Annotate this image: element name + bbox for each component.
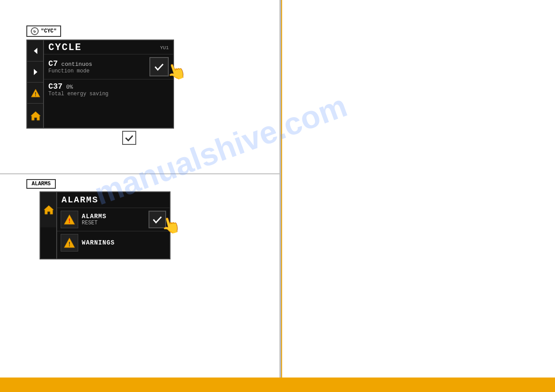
alarms-warning-icon: ! [61, 211, 78, 228]
alarms-check-btn[interactable] [149, 211, 166, 228]
svg-text:!: ! [68, 218, 71, 225]
alarms-home-btn[interactable] [40, 192, 57, 227]
alarms-item-label: ALARMS [82, 213, 106, 220]
nav-forward-btn[interactable] [27, 61, 44, 83]
cycle-screen: CYCLE YU1 C7 continuos Function mode [43, 40, 174, 129]
back-chevron-icon [31, 47, 40, 55]
cycle-title: CYCLE [48, 42, 82, 53]
home-icon [30, 110, 41, 122]
nav-back-btn[interactable] [27, 40, 44, 61]
warning-triangle-icon: ! [30, 88, 41, 98]
unit-id: YU1 [160, 45, 169, 50]
cyc-tag: ↻ "CYC" [26, 25, 61, 37]
c37-label: C37 [48, 82, 62, 91]
c7-sublabel: Function mode [48, 68, 92, 74]
svg-marker-0 [34, 48, 37, 54]
alarms-tag: ALARMS [26, 179, 56, 189]
alarms-checkmark-icon [152, 214, 163, 225]
alarms-home-icon [43, 204, 54, 216]
cycle-checkmark-standalone[interactable] [122, 131, 136, 145]
c37-value: 0% [66, 84, 73, 90]
warnings-icon-box: ! [61, 234, 78, 252]
alarms-screen: ALARMS ! ALARMS RESET [56, 191, 170, 259]
c7-confirm-btn[interactable] [149, 57, 169, 76]
checkmark-icon [153, 61, 165, 73]
cycle-nav-panel: ! [26, 40, 43, 129]
forward-chevron-icon [31, 68, 40, 76]
svg-marker-4 [31, 111, 40, 120]
alarms-nav-panel [40, 191, 56, 259]
alarms-screen-title: ALARMS [62, 195, 98, 205]
nav-warning-btn[interactable]: ! [27, 83, 44, 104]
c37-sublabel: Total energy saving [48, 91, 109, 97]
c7-label: C7 [48, 59, 58, 68]
warnings-item-label: WARNINGS [82, 239, 115, 246]
svg-text:!: ! [68, 241, 71, 248]
cyc-icon: ↻ [31, 27, 39, 35]
svg-text:!: ! [34, 91, 37, 98]
standalone-check-icon [124, 133, 134, 143]
nav-home-btn[interactable] [27, 104, 44, 128]
svg-marker-1 [34, 69, 37, 75]
alarms-reset-label: RESET [82, 220, 106, 226]
cyc-label: "CYC" [41, 28, 57, 34]
c7-value: continuos [62, 61, 92, 68]
alarm-triangle-icon: ! [63, 214, 76, 225]
svg-marker-5 [44, 205, 54, 214]
alarms-tag-label: ALARMS [32, 181, 51, 187]
warnings-triangle-icon: ! [63, 237, 76, 248]
